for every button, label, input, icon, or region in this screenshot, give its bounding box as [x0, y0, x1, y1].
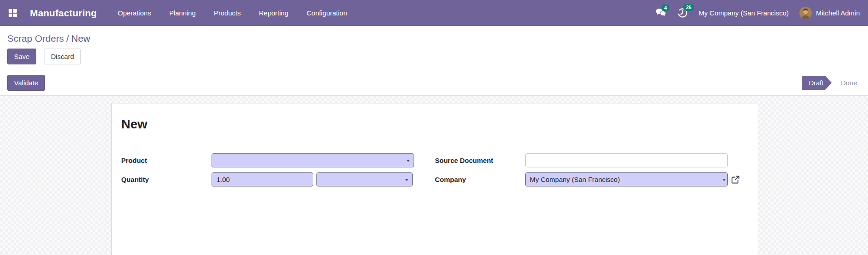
product-input[interactable] [212, 153, 414, 167]
company-external-link-button[interactable] [731, 175, 740, 184]
quantity-label: Quantity [121, 176, 212, 183]
activities-button[interactable]: 26 [677, 8, 688, 18]
main-menu: Operations Planning Products Reporting C… [108, 0, 356, 26]
product-row: Product [121, 153, 414, 167]
user-name: Mitchell Admin [816, 9, 860, 17]
status-done[interactable]: Done [832, 79, 861, 87]
menu-operations[interactable]: Operations [108, 0, 160, 26]
breadcrumb-separator: / [64, 33, 71, 44]
form-column-right: Source Document Company [435, 153, 728, 191]
company-row: Company [435, 172, 728, 186]
breadcrumb-current: New [71, 33, 90, 44]
source-document-input[interactable] [525, 153, 728, 167]
quantity-row: Quantity [121, 172, 414, 186]
top-navbar: Manufacturing Operations Planning Produc… [0, 0, 868, 26]
messages-button[interactable]: 4 [656, 8, 666, 18]
menu-configuration[interactable]: Configuration [297, 0, 356, 26]
source-document-row: Source Document [435, 153, 728, 167]
external-link-icon [731, 175, 740, 184]
form-statusbar: Validate Draft Done [0, 70, 868, 96]
control-panel-buttons: Save Discard [7, 49, 861, 64]
apps-menu-icon[interactable] [7, 8, 18, 19]
source-document-field-wrap [525, 153, 728, 167]
app-title[interactable]: Manufacturing [30, 8, 97, 19]
messages-badge: 4 [661, 5, 670, 11]
breadcrumb: Scrap Orders/New [7, 32, 861, 45]
quantity-field-wrap [212, 172, 413, 186]
discard-button[interactable]: Discard [44, 49, 81, 64]
product-label: Product [121, 157, 212, 164]
uom-input[interactable] [316, 172, 413, 186]
company-input[interactable] [525, 172, 728, 186]
form-sheet: New Product Quantity [111, 103, 758, 255]
menu-planning[interactable]: Planning [160, 0, 205, 26]
status-draft[interactable]: Draft [802, 76, 832, 90]
form-grid: Product Quantity [121, 153, 736, 191]
control-panel: Scrap Orders/New Save Discard [0, 26, 868, 70]
activities-badge: 26 [683, 4, 694, 11]
company-switcher[interactable]: My Company (San Francisco) [699, 9, 789, 17]
company-label: Company [435, 176, 525, 183]
product-field-wrap [212, 153, 414, 167]
save-button[interactable]: Save [7, 49, 36, 64]
systray: 4 26 My Company (San Francisco) Mitchell… [656, 7, 860, 19]
user-menu[interactable]: Mitchell Admin [799, 7, 860, 19]
source-document-label: Source Document [435, 157, 525, 164]
status-pipeline: Draft Done [802, 76, 861, 90]
form-view-background: New Product Quantity [0, 96, 868, 255]
breadcrumb-scrap-orders[interactable]: Scrap Orders [7, 33, 64, 44]
record-title: New [121, 117, 736, 132]
grid-icon [8, 9, 17, 18]
company-field-wrap [525, 172, 740, 186]
validate-button[interactable]: Validate [7, 75, 45, 91]
quantity-input[interactable] [212, 172, 313, 186]
menu-reporting[interactable]: Reporting [250, 0, 297, 26]
user-avatar [799, 7, 812, 19]
menu-products[interactable]: Products [205, 0, 250, 26]
form-column-left: Product Quantity [121, 153, 414, 191]
